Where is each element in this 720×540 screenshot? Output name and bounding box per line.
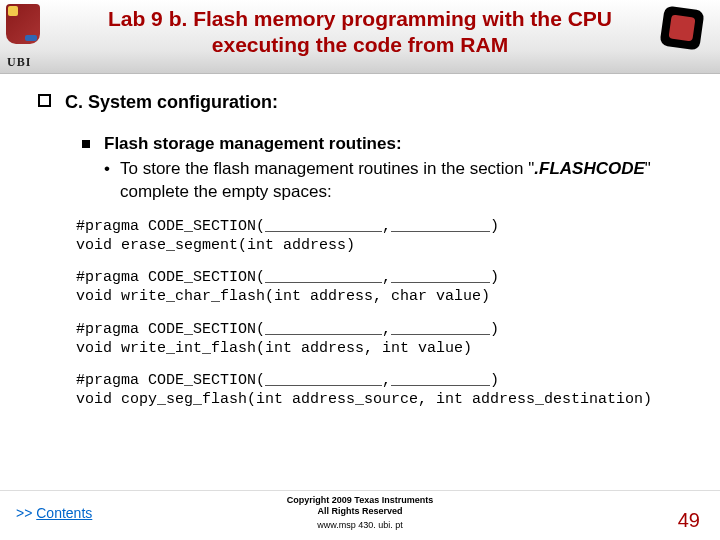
code-line: void write_int_flash(int address, int va… — [76, 340, 472, 357]
contents-label[interactable]: Contents — [36, 505, 92, 521]
code-block-4: #pragma CODE_SECTION(_____________,_____… — [76, 372, 690, 410]
small-square-bullet-icon — [82, 140, 90, 148]
code-block-1: #pragma CODE_SECTION(_____________,_____… — [76, 218, 690, 256]
footer-url: www.msp 430. ubi. pt — [287, 520, 433, 530]
sub-bullet-content: Flash storage management routines: • To … — [104, 133, 690, 204]
sub-text-pre: To store the flash management routines i… — [120, 159, 534, 178]
code-block-2: #pragma CODE_SECTION(_____________,_____… — [76, 269, 690, 307]
code-line: #pragma CODE_SECTION(_____________,_____… — [76, 218, 499, 235]
ubi-logo — [6, 4, 46, 56]
dot-bullet-icon: • — [104, 158, 110, 204]
ti-logo — [662, 8, 710, 56]
code-block-3: #pragma CODE_SECTION(_____________,_____… — [76, 321, 690, 359]
sub-heading: Flash storage management routines: — [104, 133, 690, 156]
code-line: #pragma CODE_SECTION(_____________,_____… — [76, 269, 499, 286]
contents-link[interactable]: >> Contents — [16, 505, 92, 521]
sub-line: • To store the flash management routines… — [104, 158, 690, 204]
slide-title: Lab 9 b. Flash memory programming with t… — [62, 6, 658, 59]
ti-badge-icon — [659, 5, 704, 50]
slide-body: C. System configuration: Flash storage m… — [0, 74, 720, 540]
code-line: #pragma CODE_SECTION(_____________,_____… — [76, 321, 499, 338]
copyright-line2: All Rights Reserved — [287, 506, 433, 517]
copyright-line1: Copyright 2009 Texas Instruments — [287, 495, 433, 506]
code-line: #pragma CODE_SECTION(_____________,_____… — [76, 372, 499, 389]
slide-header: UBI Lab 9 b. Flash memory programming wi… — [0, 0, 720, 74]
page-number: 49 — [678, 509, 700, 532]
slide: UBI Lab 9 b. Flash memory programming wi… — [0, 0, 720, 540]
ubi-label: UBI — [7, 55, 31, 70]
arrows-icon: >> — [16, 505, 32, 521]
code-line: void write_char_flash(int address, char … — [76, 288, 490, 305]
code-line: void copy_seg_flash(int address_source, … — [76, 391, 652, 408]
sub-text-em: .FLASHCODE — [534, 159, 645, 178]
sub-line-text: To store the flash management routines i… — [120, 158, 690, 204]
sub-bullet-row: Flash storage management routines: • To … — [82, 133, 690, 204]
code-blocks: #pragma CODE_SECTION(_____________,_____… — [76, 218, 690, 410]
code-line: void erase_segment(int address) — [76, 237, 355, 254]
square-bullet-icon — [38, 94, 51, 107]
section-c-heading: C. System configuration: — [65, 92, 278, 113]
shield-icon — [6, 4, 40, 44]
section-c-row: C. System configuration: — [38, 92, 690, 113]
slide-footer: >> Contents Copyright 2009 Texas Instrum… — [0, 490, 720, 540]
footer-center: Copyright 2009 Texas Instruments All Rig… — [287, 495, 433, 530]
